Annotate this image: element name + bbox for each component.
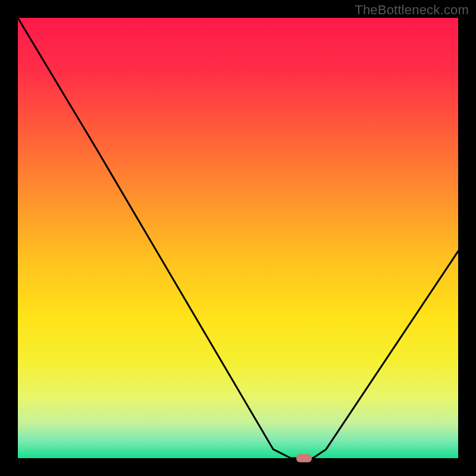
chart-svg [0, 0, 476, 476]
watermark-text: TheBottleneck.com [355, 2, 469, 18]
bottleneck-chart-container: TheBottleneck.com [0, 0, 476, 476]
plot-background [18, 18, 458, 458]
optimal-point-marker [296, 454, 312, 462]
